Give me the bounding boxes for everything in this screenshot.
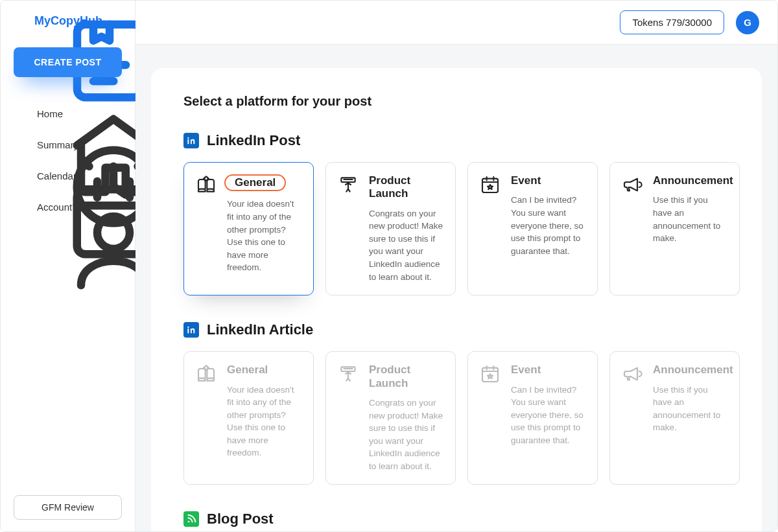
section-title: LinkedIn Article: [207, 321, 313, 338]
announcement-icon: [622, 174, 642, 195]
tile-desc: Your idea doesn't fit into any of the ot…: [227, 384, 301, 459]
tile-product-launch[interactable]: Product LaunchCongrats on your new produ…: [325, 162, 456, 295]
section-linkedin-article: LinkedIn ArticleGeneralYour idea doesn't…: [183, 321, 729, 485]
tile-title: Announcement: [653, 174, 727, 187]
tile-body: GeneralYour idea doesn't fit into any of…: [227, 174, 301, 274]
section-header: LinkedIn Post: [183, 132, 729, 149]
tile-body: AnnouncementUse this if you have an anno…: [653, 364, 727, 434]
nav-item-summary[interactable]: Summary: [11, 132, 124, 157]
tile-desc: Congrats on your new product! Make sure …: [369, 397, 443, 472]
tokens-badge: Tokens 779/30000: [620, 10, 724, 34]
tile-body: EventCan I be invited? You sure want eve…: [511, 364, 585, 446]
section-linkedin-post: LinkedIn PostGeneralYour idea doesn't fi…: [183, 132, 729, 295]
tile-desc: Congrats on your new product! Make sure …: [369, 207, 443, 283]
general-icon: [196, 364, 217, 384]
tile-title: General: [227, 364, 301, 376]
tile-body: Product LaunchCongrats on your new produ…: [369, 364, 443, 472]
nav-label: Calendar: [37, 170, 77, 181]
nav-label: Account: [37, 202, 72, 213]
tile-general[interactable]: GeneralYour idea doesn't fit into any of…: [183, 351, 314, 485]
logo[interactable]: MyCopyHub: [11, 12, 124, 29]
card: Select a platform for your post LinkedIn…: [151, 68, 762, 531]
nav-label: Home: [37, 108, 63, 119]
section-title: LinkedIn Post: [207, 132, 300, 149]
event-icon: [480, 364, 501, 384]
tile-general[interactable]: GeneralYour idea doesn't fit into any of…: [183, 162, 314, 295]
tiles: GeneralYour idea doesn't fit into any of…: [183, 351, 729, 485]
launch-icon: [338, 364, 359, 384]
nav: Home Summary Calendar Account: [11, 100, 124, 220]
tiles: GeneralYour idea doesn't fit into any of…: [183, 162, 729, 295]
linkedin-icon: [183, 133, 199, 148]
nav-item-home[interactable]: Home: [11, 100, 124, 126]
tile-body: AnnouncementUse this if you have an anno…: [653, 174, 727, 245]
tile-body: EventCan I be invited? You sure want eve…: [511, 174, 585, 257]
tile-title: Announcement: [653, 364, 727, 376]
account-icon: [16, 200, 29, 213]
logo-text: MyCopyHub: [34, 14, 102, 28]
content: Select a platform for your post LinkedIn…: [136, 45, 777, 531]
home-icon: [16, 107, 29, 120]
tile-event[interactable]: EventCan I be invited? You sure want eve…: [467, 162, 598, 295]
rss-icon: [183, 511, 199, 527]
section-header: LinkedIn Article: [183, 321, 729, 338]
page-title: Select a platform for your post: [183, 94, 729, 109]
general-icon: [196, 174, 217, 195]
tile-title: Product Launch: [369, 174, 443, 201]
announcement-icon: [622, 364, 642, 384]
tile-desc: Can I be invited? You sure want everyone…: [511, 384, 585, 447]
calendar-icon: [16, 169, 29, 182]
chevron-down-icon: [109, 202, 119, 212]
nav-label: Summary: [37, 139, 78, 150]
summary-icon: [16, 138, 29, 151]
tile-announcement[interactable]: AnnouncementUse this if you have an anno…: [609, 351, 740, 485]
gfm-review-button[interactable]: GFM Review: [14, 495, 122, 520]
linkedin-icon: [183, 322, 199, 338]
section-header: Blog Post: [183, 511, 729, 527]
tile-body: Product LaunchCongrats on your new produ…: [369, 174, 443, 283]
nav-item-account[interactable]: Account: [11, 194, 124, 220]
tile-desc: Your idea doesn't fit into any of the ot…: [227, 198, 301, 273]
logo-icon: [12, 12, 29, 29]
event-icon: [480, 174, 501, 195]
tile-title: Product Launch: [369, 364, 443, 390]
main: Tokens 779/30000 G Select a platform for…: [136, 1, 777, 531]
section-blog-post: Blog PostGeneralYour idea doesn't fit in…: [183, 511, 729, 531]
topbar: Tokens 779/30000 G: [136, 1, 777, 45]
avatar[interactable]: G: [736, 11, 759, 34]
tile-desc: Can I be invited? You sure want everyone…: [511, 194, 585, 257]
tile-title: Event: [511, 174, 585, 187]
create-post-button[interactable]: CREATE POST: [14, 47, 122, 77]
launch-icon: [338, 174, 359, 195]
sidebar: MyCopyHub CREATE POST Home Summary Calen…: [1, 1, 136, 531]
tile-event[interactable]: EventCan I be invited? You sure want eve…: [467, 351, 598, 485]
tile-body: GeneralYour idea doesn't fit into any of…: [227, 364, 301, 459]
tile-desc: Use this if you have an announcement to …: [653, 384, 727, 434]
tile-announcement[interactable]: AnnouncementUse this if you have an anno…: [609, 162, 740, 295]
tile-desc: Use this if you have an announcement to …: [653, 194, 727, 244]
tile-title: Event: [511, 364, 585, 376]
nav-item-calendar[interactable]: Calendar: [11, 163, 124, 189]
tile-title: General: [224, 174, 286, 191]
tile-product-launch[interactable]: Product LaunchCongrats on your new produ…: [325, 351, 456, 485]
section-title: Blog Post: [207, 511, 274, 527]
